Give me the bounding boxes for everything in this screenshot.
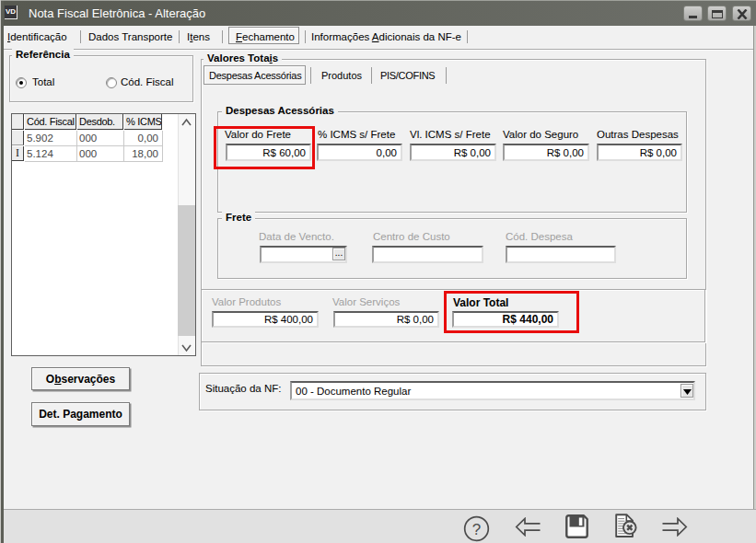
svg-text:?: ? xyxy=(472,521,481,538)
